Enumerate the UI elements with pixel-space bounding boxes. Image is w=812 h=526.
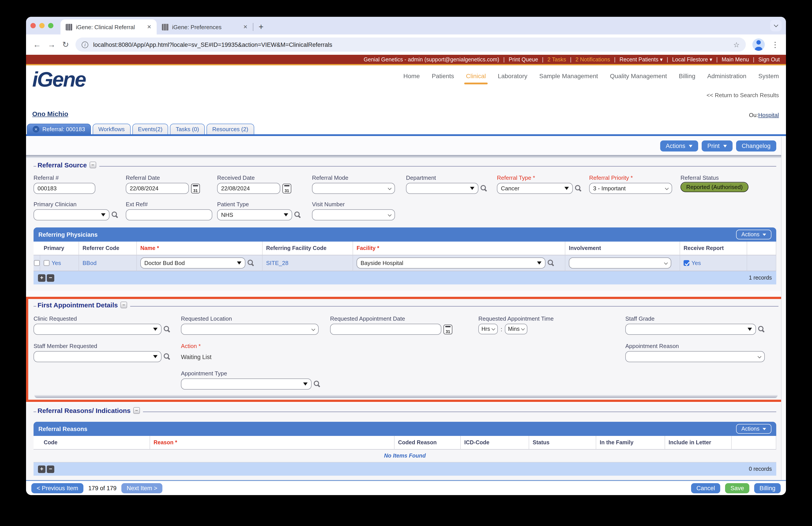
appointment-reason-select[interactable] [625,351,765,362]
remove-row-button[interactable]: − [47,465,54,473]
add-row-button[interactable]: + [38,274,45,282]
requested-location-select[interactable] [181,324,319,335]
patient-name-link[interactable]: Ono Michio [32,110,68,117]
search-icon[interactable] [294,212,301,218]
minutes-select[interactable]: Mins [505,324,527,334]
facility-code-link[interactable]: SITE_28 [266,260,288,266]
nav-laboratory[interactable]: Laboratory [498,72,527,80]
facility-combo[interactable]: Bayside Hospital [357,257,546,269]
referral-mode-select[interactable] [312,183,395,194]
calendar-icon[interactable]: 31 [444,324,452,334]
search-icon[interactable] [112,212,118,218]
calendar-icon[interactable]: 31 [191,184,200,193]
referral-date-input[interactable] [126,183,189,194]
receive-report-checkbox[interactable] [684,260,689,266]
back-button[interactable]: ← [33,40,41,49]
search-icon[interactable] [758,326,765,332]
remove-row-button[interactable]: − [47,274,54,282]
search-icon[interactable] [481,185,487,192]
search-icon[interactable] [248,260,254,266]
sign-out-link[interactable]: Sign Out [758,56,780,62]
search-icon[interactable] [314,381,320,387]
physician-name-combo[interactable]: Doctor Bud Bod [140,257,245,269]
close-referral-tab-icon[interactable]: ✕ [33,126,39,132]
add-row-button[interactable]: + [38,465,45,473]
nav-home[interactable]: Home [403,72,420,80]
browser-menu-icon[interactable]: ⋮ [771,40,779,49]
tab-search-button[interactable] [770,20,782,31]
primary-clinician-combo[interactable] [33,209,110,221]
scrollbar-track[interactable] [781,137,786,480]
hours-select[interactable]: Hrs [478,324,498,334]
search-icon[interactable] [164,326,170,332]
search-icon[interactable] [164,353,170,360]
involvement-select[interactable] [569,257,671,269]
bookmark-star-icon[interactable]: ☆ [733,40,740,49]
collapse-icon[interactable]: − [120,302,127,308]
tab-events[interactable]: Events(2) [132,124,168,134]
reload-button[interactable]: ↻ [62,40,69,49]
tab-resources[interactable]: Resources (2) [206,124,254,134]
return-to-search-link[interactable]: << Return to Search Results [707,92,779,99]
patient-type-combo[interactable]: NHS [217,209,292,221]
close-tab-icon[interactable]: ✕ [147,24,151,30]
address-bar[interactable]: i localhost:8080/App/App.html?locale=sv_… [75,38,746,52]
changelog-button[interactable]: Changelog [736,140,776,152]
next-item-button[interactable]: Next Item > [121,483,163,493]
referral-type-combo[interactable]: Cancer [497,183,573,194]
previous-item-button[interactable]: < Previous Item [31,483,83,493]
browser-tab-preferences[interactable]: iGene: Preferences ✕ [157,19,253,34]
save-button[interactable]: Save [725,483,749,493]
requested-appointment-date-input[interactable] [330,324,441,335]
print-queue-link[interactable]: Print Queue [509,56,538,62]
nav-billing[interactable]: Billing [679,72,696,80]
close-tab-icon[interactable]: ✕ [243,24,248,30]
physicians-actions-button[interactable]: Actions [736,230,771,239]
zoom-window-button[interactable] [48,23,54,28]
browser-profile-avatar[interactable] [752,39,765,51]
visit-number-select[interactable] [312,209,395,221]
search-icon[interactable] [548,260,554,266]
ext-ref-input[interactable] [126,209,212,221]
tab-tasks[interactable]: Tasks (0) [170,124,205,134]
row-select-checkbox[interactable] [34,260,40,266]
billing-button[interactable]: Billing [754,483,781,493]
print-button[interactable]: Print [702,140,733,152]
site-info-icon[interactable]: i [82,41,88,48]
main-menu-link[interactable]: Main Menu [722,56,749,62]
reasons-actions-button[interactable]: Actions [736,424,771,434]
forward-button[interactable]: → [48,40,56,49]
cancel-button[interactable]: Cancel [691,483,720,493]
tab-workflows[interactable]: Workflows [93,124,130,134]
referrer-code-link[interactable]: BBod [83,260,97,266]
browser-tab-clinical-referral[interactable]: iGene: Clinical Referral ✕ [60,19,157,34]
close-window-button[interactable] [30,23,36,28]
tab-referral[interactable]: ✕ Referral: 000183 [27,124,91,134]
local-filestore-menu[interactable]: Local Filestore ▾ [672,56,712,63]
referral-priority-select[interactable]: 3 - Important [589,183,672,194]
referral-number-input[interactable] [33,183,95,194]
collapse-icon[interactable]: − [133,407,140,414]
nav-administration[interactable]: Administration [707,72,746,80]
nav-quality-management[interactable]: Quality Management [610,72,667,80]
department-combo[interactable] [406,183,478,194]
nav-system[interactable]: System [758,72,779,80]
nav-sample-management[interactable]: Sample Management [539,72,598,80]
nav-clinical[interactable]: Clinical [466,72,486,80]
new-tab-button[interactable]: + [255,19,267,34]
minimize-window-button[interactable] [39,23,45,28]
received-date-input[interactable] [217,183,280,194]
clinic-requested-combo[interactable] [33,324,161,335]
collapse-icon[interactable]: − [89,162,96,168]
primary-checkbox[interactable] [44,260,49,266]
appointment-type-combo[interactable] [181,379,311,389]
calendar-icon[interactable]: 31 [282,184,291,193]
recent-patients-menu[interactable]: Recent Patients ▾ [619,56,663,63]
url-text[interactable]: localhost:8080/App/App.html?locale=sv_SE… [93,41,728,48]
staff-member-combo[interactable] [33,351,161,362]
ou-hospital-link[interactable]: Hospital [758,112,779,118]
search-icon[interactable] [575,185,582,192]
actions-button[interactable]: Actions [660,140,698,152]
tasks-link[interactable]: 2 Tasks [548,56,566,62]
staff-grade-combo[interactable] [625,324,756,335]
